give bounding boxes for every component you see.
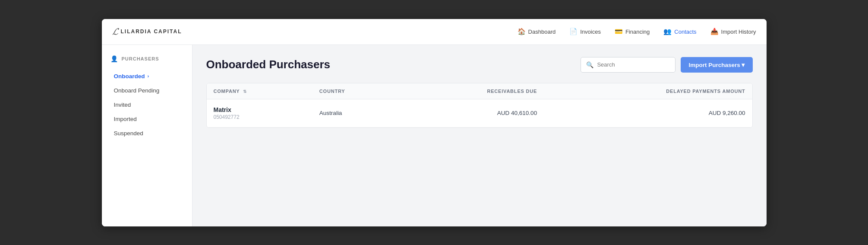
nav-contacts[interactable]: 👥 Contacts [663,28,696,35]
column-company[interactable]: COMPANY ⇅ [207,83,312,99]
app-window: 𝓛 LILARDIA CAPITAL 🏠 Dashboard 📄 Invoice… [102,19,767,226]
financing-icon: 💳 [615,28,623,35]
search-box[interactable]: 🔍 [581,57,675,73]
cell-delayed-payments: AUD 9,260.00 [544,99,752,127]
nav-import-history[interactable]: 📥 Import History [710,28,756,35]
content-header: Onboarded Purchasers 🔍 Import Purchasers… [206,57,753,73]
cell-company: Matrix 050492772 [207,99,312,127]
nav-import-history-label: Import History [721,29,756,35]
nav-links: 🏠 Dashboard 📄 Invoices 💳 Financing 👥 Con… [518,28,756,35]
table-body: Matrix 050492772 Australia AUD 40,610.00… [207,99,752,127]
country-value: Australia [319,110,342,116]
header-actions: 🔍 Import Purchasers ▾ [581,57,752,73]
table-header: COMPANY ⇅ COUNTRY RECEIVABLES DUE DELAYE… [207,83,752,99]
top-nav: 𝓛 LILARDIA CAPITAL 🏠 Dashboard 📄 Invoice… [102,19,767,45]
sidebar-imported-label: Imported [114,116,137,122]
main-layout: 👤 PURCHASERS Onboarded › Onboard Pending… [102,45,767,226]
company-name: Matrix [214,106,306,113]
delayed-payments-value: AUD 9,260.00 [709,110,745,116]
nav-financing-label: Financing [625,29,650,35]
nav-dashboard-label: Dashboard [528,29,556,35]
sidebar-invited-label: Invited [114,102,131,108]
company-id: 050492772 [214,114,306,120]
nav-invoices-label: Invoices [580,29,601,35]
receivables-due-value: AUD 40,610.00 [497,110,537,116]
purchasers-table-container: COMPANY ⇅ COUNTRY RECEIVABLES DUE DELAYE… [206,83,753,128]
search-input[interactable] [597,61,670,68]
import-button-label: Import Purchasers ▾ [688,61,745,68]
sidebar: 👤 PURCHASERS Onboarded › Onboard Pending… [102,45,193,226]
sidebar-suspended-label: Suspended [114,130,143,137]
nav-contacts-label: Contacts [674,29,696,35]
invoices-icon: 📄 [569,28,578,35]
table-row[interactable]: Matrix 050492772 Australia AUD 40,610.00… [207,99,752,127]
nav-dashboard[interactable]: 🏠 Dashboard [518,28,556,35]
chevron-right-icon: › [148,73,149,79]
sidebar-item-suspended[interactable]: Suspended [102,126,192,140]
column-receivables-due: RECEIVABLES DUE [401,83,544,99]
sidebar-section-text: PURCHASERS [122,56,159,61]
sidebar-onboarded-label: Onboarded [114,73,145,80]
sidebar-section-label: 👤 PURCHASERS [102,55,192,69]
sidebar-item-onboarded[interactable]: Onboarded › [102,69,192,83]
column-country: COUNTRY [312,83,401,99]
page-title: Onboarded Purchasers [206,58,331,71]
nav-financing[interactable]: 💳 Financing [615,28,650,35]
dashboard-icon: 🏠 [518,28,526,35]
sidebar-item-imported[interactable]: Imported [102,112,192,126]
logo-area: 𝓛 LILARDIA CAPITAL [112,26,518,37]
search-icon: 🔍 [586,61,593,68]
import-history-icon: 📥 [710,28,719,35]
cell-receivables-due: AUD 40,610.00 [401,99,544,127]
sidebar-item-onboard-pending[interactable]: Onboard Pending [102,83,192,98]
sidebar-item-invited[interactable]: Invited [102,98,192,112]
column-delayed-payments: DELAYED PAYMENTS AMOUNT [544,83,752,99]
purchasers-section-icon: 👤 [110,55,118,62]
purchasers-table: COMPANY ⇅ COUNTRY RECEIVABLES DUE DELAYE… [207,83,752,127]
sort-icon: ⇅ [243,89,247,94]
nav-invoices[interactable]: 📄 Invoices [569,28,601,35]
sidebar-onboard-pending-label: Onboard Pending [114,87,160,94]
cell-country: Australia [312,99,401,127]
contacts-icon: 👥 [663,28,672,35]
logo-icon: 𝓛 [112,26,117,37]
logo-text: LILARDIA CAPITAL [121,29,182,35]
import-purchasers-button[interactable]: Import Purchasers ▾ [681,57,752,73]
main-content: Onboarded Purchasers 🔍 Import Purchasers… [193,45,767,226]
